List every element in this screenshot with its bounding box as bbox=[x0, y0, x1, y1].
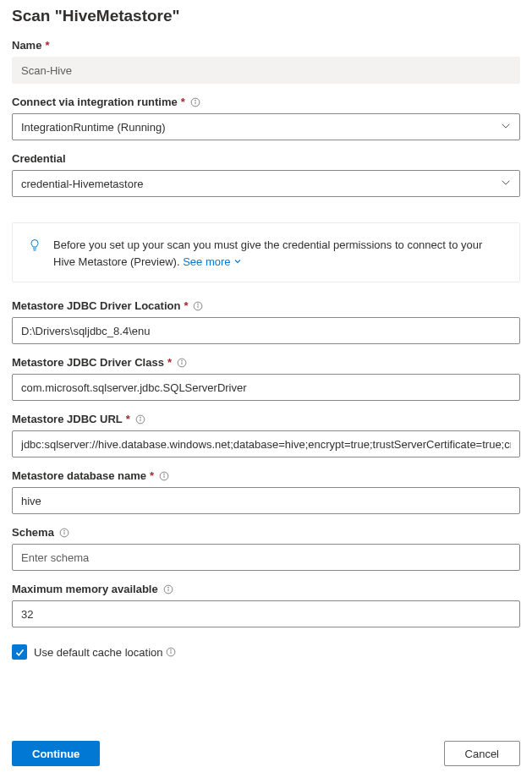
cancel-button[interactable]: Cancel bbox=[444, 741, 520, 766]
required-asterisk: * bbox=[167, 356, 172, 369]
required-asterisk: * bbox=[126, 413, 130, 425]
info-icon[interactable] bbox=[177, 358, 187, 368]
info-icon[interactable] bbox=[166, 647, 176, 657]
jdbc-driver-location-input[interactable] bbox=[12, 317, 520, 344]
info-icon[interactable] bbox=[163, 584, 173, 594]
info-icon[interactable] bbox=[59, 528, 69, 538]
svg-point-19 bbox=[64, 530, 65, 531]
max-memory-input[interactable] bbox=[12, 600, 520, 627]
page-title: Scan "HiveMetastore" bbox=[12, 0, 520, 39]
info-icon[interactable] bbox=[190, 97, 200, 107]
info-icon[interactable] bbox=[193, 301, 203, 311]
credential-select[interactable]: credential-Hivemetastore bbox=[12, 170, 520, 197]
jdbc-url-label: Metastore JDBC URL * bbox=[12, 413, 520, 425]
required-asterisk: * bbox=[150, 469, 154, 482]
name-input[interactable] bbox=[12, 57, 520, 84]
info-icon[interactable] bbox=[135, 414, 145, 425]
required-asterisk: * bbox=[184, 299, 188, 312]
use-default-cache-checkbox[interactable] bbox=[12, 644, 27, 660]
jdbc-url-input[interactable] bbox=[12, 430, 520, 457]
jdbc-driver-location-label: Metastore JDBC Driver Location * bbox=[12, 299, 520, 312]
schema-input[interactable] bbox=[12, 544, 520, 571]
name-label: Name * bbox=[12, 39, 520, 52]
lightbulb-icon bbox=[28, 238, 41, 257]
callout-text: Before you set up your scan you must giv… bbox=[53, 238, 482, 268]
svg-point-10 bbox=[182, 360, 183, 361]
svg-point-16 bbox=[164, 474, 165, 474]
required-asterisk: * bbox=[181, 96, 185, 108]
info-callout: Before you set up your scan you must giv… bbox=[12, 222, 520, 282]
integration-runtime-label: Connect via integration runtime * bbox=[12, 96, 520, 108]
jdbc-driver-class-input[interactable] bbox=[12, 374, 520, 401]
svg-point-22 bbox=[167, 587, 168, 588]
svg-point-25 bbox=[171, 649, 172, 650]
continue-button[interactable]: Continue bbox=[12, 741, 100, 766]
credential-label: Credential bbox=[12, 152, 520, 165]
schema-label: Schema bbox=[12, 526, 520, 539]
integration-runtime-select[interactable]: IntegrationRuntime (Running) bbox=[12, 113, 520, 140]
info-icon[interactable] bbox=[159, 471, 169, 481]
required-asterisk: * bbox=[45, 39, 49, 52]
svg-point-2 bbox=[195, 100, 195, 101]
database-name-input[interactable] bbox=[12, 487, 520, 514]
database-name-label: Metastore database name * bbox=[12, 469, 520, 482]
max-memory-label: Maximum memory available bbox=[12, 583, 520, 595]
see-more-link[interactable]: See more bbox=[183, 254, 242, 271]
svg-point-13 bbox=[140, 417, 140, 418]
svg-point-7 bbox=[198, 304, 199, 304]
jdbc-driver-class-label: Metastore JDBC Driver Class * bbox=[12, 356, 520, 369]
use-default-cache-label: Use default cache location bbox=[34, 646, 176, 659]
